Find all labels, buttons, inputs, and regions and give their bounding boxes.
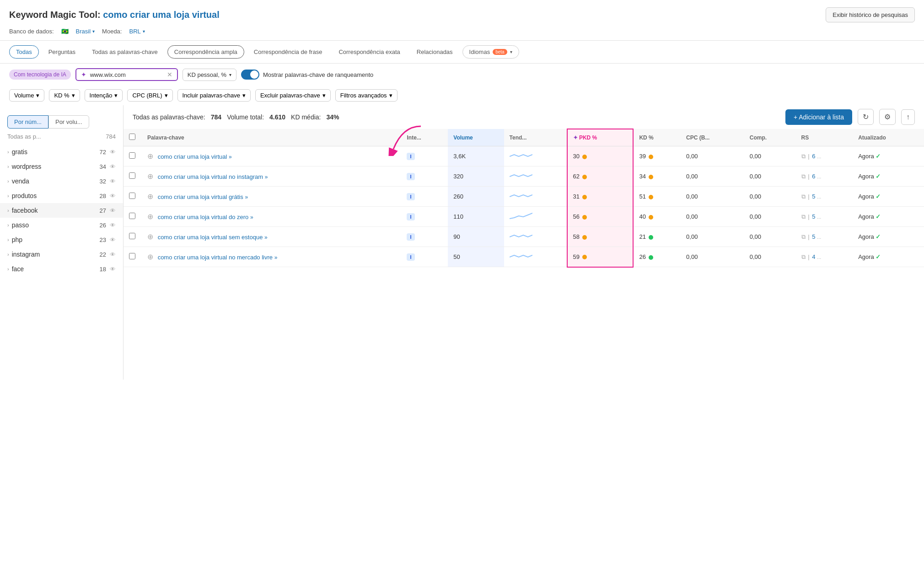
sidebar-item[interactable]: › passo 26 👁 — [0, 218, 123, 232]
settings-button[interactable]: ⚙ — [879, 109, 896, 125]
keyword-link[interactable]: como criar uma loja virtual do zero — [158, 214, 249, 220]
expand-icon[interactable]: » — [250, 214, 253, 220]
copy-icon[interactable]: ⧉ — [801, 213, 806, 220]
tab-idiomas[interactable]: Idiomas beta ▾ — [462, 45, 519, 59]
tab-todas[interactable]: Todas — [9, 45, 39, 59]
col-volume[interactable]: Volume — [448, 129, 504, 146]
copy-icon[interactable]: ⧉ — [801, 193, 806, 200]
url-input[interactable] — [90, 71, 163, 78]
sidebar-item[interactable]: › instagram 22 👁 — [0, 247, 123, 262]
include-keywords[interactable]: Incluir palavras-chave ▾ — [177, 89, 251, 102]
eye-icon[interactable]: 👁 — [110, 236, 116, 243]
row-cpc: 0,00 — [681, 247, 744, 267]
copy-icon[interactable]: ⧉ — [801, 253, 806, 260]
export-button[interactable]: ↑ — [901, 109, 915, 125]
eye-icon[interactable]: 👁 — [110, 251, 116, 258]
col-kd[interactable]: KD % — [633, 129, 681, 146]
eye-icon[interactable]: 👁 — [110, 266, 116, 273]
ai-label: Com tecnologia de IA — [9, 70, 71, 80]
history-button[interactable]: Exibir histórico de pesquisas — [826, 7, 915, 22]
add-keyword-icon[interactable]: ⊕ — [147, 172, 153, 180]
eye-icon[interactable]: 👁 — [110, 178, 116, 185]
row-checkbox[interactable] — [124, 166, 142, 187]
eye-icon[interactable]: 👁 — [110, 163, 116, 170]
sidebar-item[interactable]: › face 18 👁 — [0, 262, 123, 276]
expand-icon[interactable]: » — [264, 234, 268, 241]
eye-icon[interactable]: 👁 — [110, 207, 116, 214]
refresh-button[interactable]: ↻ — [858, 109, 874, 125]
rs-link[interactable]: 5 — [812, 213, 815, 220]
row-trend — [504, 207, 567, 227]
sort-volume[interactable]: Volume ▾ — [9, 89, 44, 102]
tab-correspondencia-exata[interactable]: Correspondência exata — [332, 45, 407, 59]
sort-cpc[interactable]: CPC (BRL) ▾ — [127, 89, 172, 102]
rs-link[interactable]: 5 — [812, 233, 815, 240]
advanced-filters[interactable]: Filtros avançados ▾ — [335, 89, 398, 102]
sidebar-item[interactable]: › produtos 28 👁 — [0, 188, 123, 203]
ranking-toggle[interactable] — [241, 70, 259, 80]
tab-todas-palavras-chave[interactable]: Todas as palavras-chave — [85, 45, 165, 59]
copy-icon[interactable]: ⧉ — [801, 173, 806, 180]
intent-badge: I — [407, 253, 414, 261]
check-icon: ✓ — [876, 173, 881, 180]
currency-dropdown[interactable]: BRL ▾ — [129, 28, 145, 35]
add-keyword-icon[interactable]: ⊕ — [147, 213, 153, 220]
row-checkbox[interactable] — [124, 187, 142, 207]
col-comp[interactable]: Comp. — [744, 129, 796, 146]
sort-by-vol-btn[interactable]: Por volu... — [48, 115, 89, 129]
col-rs[interactable]: RS — [796, 129, 853, 146]
add-keyword-icon[interactable]: ⊕ — [147, 233, 153, 241]
eye-icon[interactable]: 👁 — [110, 149, 116, 156]
sidebar-item[interactable]: › wordpress 34 👁 — [0, 159, 123, 174]
tab-correspondencia-ampla[interactable]: Correspondência ampla — [167, 45, 244, 59]
tab-correspondencia-frase[interactable]: Correspondência de frase — [247, 45, 329, 59]
keyword-link[interactable]: como criar uma loja virtual no instagram — [158, 173, 263, 180]
keyword-link[interactable]: como criar uma loja virtual sem estoque — [158, 234, 263, 241]
rs-link[interactable]: 6 — [812, 153, 815, 160]
kd-dropdown[interactable]: KD pessoal, % ▾ — [183, 69, 236, 81]
add-keyword-icon[interactable]: ⊕ — [147, 253, 153, 261]
sort-intent[interactable]: Intenção ▾ — [85, 89, 123, 102]
sidebar-item[interactable]: › gratis 72 👁 — [0, 145, 123, 159]
expand-icon[interactable]: » — [274, 254, 278, 261]
sidebar-item[interactable]: › venda 32 👁 — [0, 174, 123, 188]
clear-icon[interactable]: ✕ — [167, 71, 172, 78]
sidebar-item[interactable]: › php 23 👁 — [0, 232, 123, 247]
eye-icon[interactable]: 👁 — [110, 222, 116, 229]
col-pkd[interactable]: ✦ PKD % — [567, 129, 634, 146]
tab-perguntas[interactable]: Perguntas — [42, 45, 82, 59]
expand-icon[interactable]: » — [229, 154, 232, 160]
keyword-link[interactable]: como criar uma loja virtual grátis — [158, 193, 243, 200]
col-trend[interactable]: Tend... — [504, 129, 567, 146]
copy-icon[interactable]: ⧉ — [801, 153, 806, 160]
add-keyword-icon[interactable]: ⊕ — [147, 152, 153, 160]
chevron-down-icon: ▾ — [36, 92, 39, 99]
country-dropdown[interactable]: Brasil ▾ — [76, 28, 95, 35]
row-checkbox[interactable] — [124, 227, 142, 247]
copy-icon[interactable]: ⧉ — [801, 233, 806, 240]
col-cpc[interactable]: CPC (B... — [681, 129, 744, 146]
keyword-link[interactable]: como criar uma loja virtual — [158, 153, 227, 160]
add-keyword-icon[interactable]: ⊕ — [147, 193, 153, 200]
col-keyword[interactable]: Palavra-chave — [142, 129, 401, 146]
rs-link[interactable]: 6 — [812, 173, 815, 180]
select-all-checkbox[interactable] — [129, 134, 135, 140]
rs-link[interactable]: 5 — [812, 193, 815, 200]
row-checkbox[interactable] — [124, 146, 142, 166]
eye-icon[interactable]: 👁 — [110, 193, 116, 199]
col-intent[interactable]: Inte... — [401, 129, 448, 146]
sort-by-num-btn[interactable]: Por núm... — [7, 115, 48, 129]
row-intent: I — [401, 227, 448, 247]
add-to-list-button[interactable]: + Adicionar à lista — [785, 109, 852, 125]
exclude-keywords[interactable]: Excluir palavras-chave ▾ — [255, 89, 331, 102]
row-kd: 21 — [633, 227, 681, 247]
expand-icon[interactable]: » — [265, 174, 268, 180]
row-checkbox[interactable] — [124, 207, 142, 227]
sidebar-item-facebook[interactable]: › facebook 27 👁 — [0, 203, 123, 218]
expand-icon[interactable]: » — [245, 194, 248, 200]
sort-kd[interactable]: KD % ▾ — [49, 89, 80, 102]
row-checkbox[interactable] — [124, 247, 142, 267]
rs-link[interactable]: 4 — [812, 253, 815, 260]
tab-relacionadas[interactable]: Relacionadas — [410, 45, 460, 59]
keyword-link[interactable]: como criar uma loja virtual no mercado l… — [158, 254, 273, 261]
